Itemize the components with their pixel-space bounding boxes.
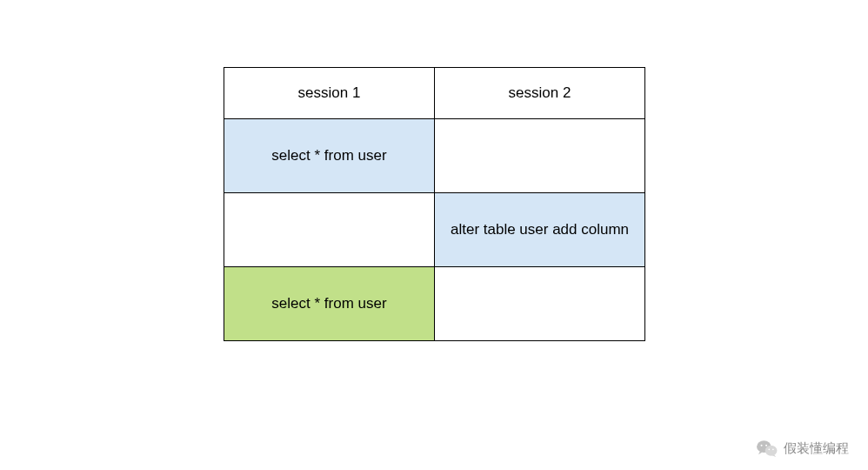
svg-point-5 — [772, 449, 774, 451]
svg-point-4 — [768, 449, 770, 451]
cell-text: alter table user add column — [451, 220, 629, 240]
cell-r0-c1 — [434, 118, 645, 193]
header-label: session 2 — [509, 84, 571, 102]
session-table: session 1 session 2 select * from user a… — [224, 68, 645, 341]
watermark: 假装懂编程 — [756, 439, 849, 458]
svg-point-1 — [765, 446, 778, 456]
cell-r1-c1: alter table user add column — [434, 192, 645, 267]
cell-r0-c0: select * from user — [224, 118, 435, 193]
svg-point-2 — [761, 445, 763, 446]
table-row: alter table user add column — [224, 193, 645, 267]
header-session-1: session 1 — [224, 67, 435, 119]
table-row: select * from user — [224, 267, 645, 341]
svg-point-3 — [765, 445, 767, 446]
header-label: session 1 — [298, 84, 361, 102]
cell-text: select * from user — [271, 146, 386, 166]
table-header-row: session 1 session 2 — [224, 68, 645, 119]
watermark-text: 假装懂编程 — [784, 440, 849, 457]
cell-r2-c1 — [434, 266, 645, 341]
header-session-2: session 2 — [434, 67, 645, 119]
wechat-icon — [756, 439, 778, 458]
cell-r2-c0: select * from user — [224, 266, 435, 341]
table-row: select * from user — [224, 119, 645, 193]
cell-text: select * from user — [271, 294, 386, 314]
cell-r1-c0 — [224, 192, 435, 267]
